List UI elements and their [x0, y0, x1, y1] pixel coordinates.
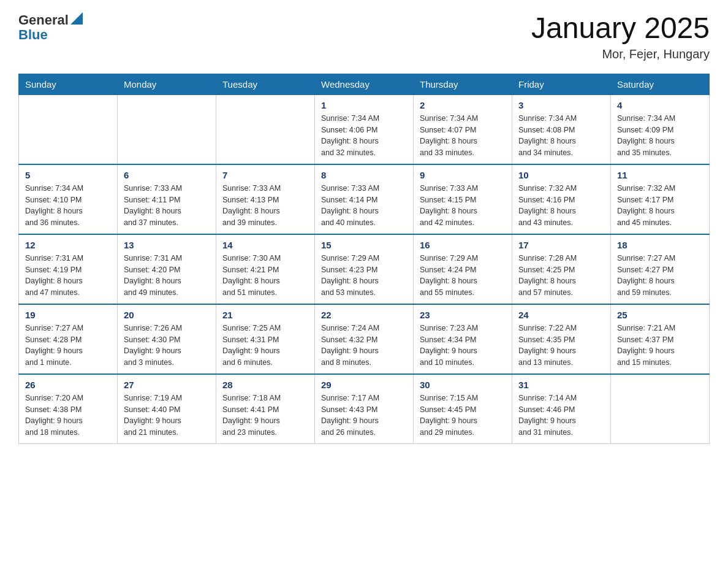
- calendar-day-cell: 13Sunrise: 7:31 AM Sunset: 4:20 PM Dayli…: [118, 234, 216, 304]
- day-info: Sunrise: 7:34 AM Sunset: 4:08 PM Dayligh…: [518, 113, 604, 159]
- calendar-day-cell: 6Sunrise: 7:33 AM Sunset: 4:11 PM Daylig…: [118, 164, 216, 234]
- calendar-day-cell: 8Sunrise: 7:33 AM Sunset: 4:14 PM Daylig…: [315, 164, 414, 234]
- calendar-day-cell: 27Sunrise: 7:19 AM Sunset: 4:40 PM Dayli…: [118, 374, 216, 444]
- day-number: 19: [25, 310, 111, 320]
- day-info: Sunrise: 7:34 AM Sunset: 4:09 PM Dayligh…: [617, 113, 703, 159]
- day-of-week-header: Sunday: [19, 74, 118, 94]
- day-of-week-header: Monday: [118, 74, 216, 94]
- day-info: Sunrise: 7:22 AM Sunset: 4:35 PM Dayligh…: [518, 323, 604, 369]
- calendar-day-cell: 16Sunrise: 7:29 AM Sunset: 4:24 PM Dayli…: [414, 234, 512, 304]
- day-info: Sunrise: 7:29 AM Sunset: 4:24 PM Dayligh…: [420, 253, 506, 299]
- day-number: 22: [321, 310, 407, 320]
- calendar-day-cell: 31Sunrise: 7:14 AM Sunset: 4:46 PM Dayli…: [512, 374, 611, 444]
- calendar-day-cell: 21Sunrise: 7:25 AM Sunset: 4:31 PM Dayli…: [216, 304, 315, 374]
- day-number: 18: [617, 240, 703, 250]
- day-of-week-header: Saturday: [611, 74, 710, 94]
- title-area: January 2025 Mor, Fejer, Hungary: [531, 12, 710, 61]
- day-number: 26: [25, 380, 111, 390]
- day-of-week-header: Thursday: [414, 74, 512, 94]
- day-number: 12: [25, 240, 111, 250]
- day-number: 1: [321, 100, 407, 110]
- day-number: 28: [222, 380, 308, 390]
- calendar-day-cell: 23Sunrise: 7:23 AM Sunset: 4:34 PM Dayli…: [414, 304, 512, 374]
- logo-wrapper: General Blue: [18, 12, 83, 43]
- calendar-day-cell: 4Sunrise: 7:34 AM Sunset: 4:09 PM Daylig…: [611, 94, 710, 164]
- day-of-week-header: Tuesday: [216, 74, 315, 94]
- calendar-day-cell: [611, 374, 710, 444]
- calendar-day-cell: 2Sunrise: 7:34 AM Sunset: 4:07 PM Daylig…: [414, 94, 512, 164]
- day-of-week-header: Friday: [512, 74, 611, 94]
- calendar-day-cell: 19Sunrise: 7:27 AM Sunset: 4:28 PM Dayli…: [19, 304, 118, 374]
- days-of-week-row: SundayMondayTuesdayWednesdayThursdayFrid…: [19, 74, 710, 94]
- svg-marker-0: [70, 12, 83, 25]
- day-number: 9: [420, 170, 506, 180]
- day-info: Sunrise: 7:15 AM Sunset: 4:45 PM Dayligh…: [420, 393, 506, 439]
- calendar-day-cell: 22Sunrise: 7:24 AM Sunset: 4:32 PM Dayli…: [315, 304, 414, 374]
- day-info: Sunrise: 7:18 AM Sunset: 4:41 PM Dayligh…: [222, 393, 308, 439]
- calendar-day-cell: 12Sunrise: 7:31 AM Sunset: 4:19 PM Dayli…: [19, 234, 118, 304]
- day-number: 15: [321, 240, 407, 250]
- day-info: Sunrise: 7:34 AM Sunset: 4:07 PM Dayligh…: [420, 113, 506, 159]
- day-number: 4: [617, 100, 703, 110]
- day-number: 7: [222, 170, 308, 180]
- day-info: Sunrise: 7:33 AM Sunset: 4:11 PM Dayligh…: [124, 183, 210, 229]
- logo-triangle-icon: [70, 12, 83, 25]
- day-info: Sunrise: 7:31 AM Sunset: 4:19 PM Dayligh…: [25, 253, 111, 299]
- calendar-day-cell: 20Sunrise: 7:26 AM Sunset: 4:30 PM Dayli…: [118, 304, 216, 374]
- day-number: 13: [124, 240, 210, 250]
- day-number: 11: [617, 170, 703, 180]
- day-info: Sunrise: 7:27 AM Sunset: 4:28 PM Dayligh…: [25, 323, 111, 369]
- calendar-day-cell: [19, 94, 118, 164]
- day-info: Sunrise: 7:34 AM Sunset: 4:10 PM Dayligh…: [25, 183, 111, 229]
- day-info: Sunrise: 7:26 AM Sunset: 4:30 PM Dayligh…: [124, 323, 210, 369]
- day-number: 30: [420, 380, 506, 390]
- day-number: 21: [222, 310, 308, 320]
- calendar-day-cell: 15Sunrise: 7:29 AM Sunset: 4:23 PM Dayli…: [315, 234, 414, 304]
- day-number: 16: [420, 240, 506, 250]
- location-text: Mor, Fejer, Hungary: [531, 47, 710, 61]
- day-info: Sunrise: 7:33 AM Sunset: 4:15 PM Dayligh…: [420, 183, 506, 229]
- day-number: 8: [321, 170, 407, 180]
- calendar-day-cell: 14Sunrise: 7:30 AM Sunset: 4:21 PM Dayli…: [216, 234, 315, 304]
- logo-blue-text: Blue: [18, 27, 83, 43]
- logo-top-row: General: [18, 12, 83, 28]
- calendar-day-cell: 1Sunrise: 7:34 AM Sunset: 4:06 PM Daylig…: [315, 94, 414, 164]
- day-info: Sunrise: 7:33 AM Sunset: 4:14 PM Dayligh…: [321, 183, 407, 229]
- day-info: Sunrise: 7:30 AM Sunset: 4:21 PM Dayligh…: [222, 253, 308, 299]
- logo: General Blue: [18, 12, 83, 43]
- calendar-week-row: 5Sunrise: 7:34 AM Sunset: 4:10 PM Daylig…: [19, 164, 710, 234]
- day-info: Sunrise: 7:17 AM Sunset: 4:43 PM Dayligh…: [321, 393, 407, 439]
- day-info: Sunrise: 7:24 AM Sunset: 4:32 PM Dayligh…: [321, 323, 407, 369]
- calendar-day-cell: 11Sunrise: 7:32 AM Sunset: 4:17 PM Dayli…: [611, 164, 710, 234]
- calendar-day-cell: 29Sunrise: 7:17 AM Sunset: 4:43 PM Dayli…: [315, 374, 414, 444]
- calendar-day-cell: 17Sunrise: 7:28 AM Sunset: 4:25 PM Dayli…: [512, 234, 611, 304]
- calendar-day-cell: 30Sunrise: 7:15 AM Sunset: 4:45 PM Dayli…: [414, 374, 512, 444]
- calendar-day-cell: [118, 94, 216, 164]
- day-info: Sunrise: 7:28 AM Sunset: 4:25 PM Dayligh…: [518, 253, 604, 299]
- page-header: General Blue January 2025 Mor, Fejer, Hu…: [18, 12, 710, 61]
- day-number: 5: [25, 170, 111, 180]
- day-info: Sunrise: 7:33 AM Sunset: 4:13 PM Dayligh…: [222, 183, 308, 229]
- calendar-week-row: 26Sunrise: 7:20 AM Sunset: 4:38 PM Dayli…: [19, 374, 710, 444]
- calendar-day-cell: 10Sunrise: 7:32 AM Sunset: 4:16 PM Dayli…: [512, 164, 611, 234]
- day-info: Sunrise: 7:14 AM Sunset: 4:46 PM Dayligh…: [518, 393, 604, 439]
- day-number: 2: [420, 100, 506, 110]
- day-number: 20: [124, 310, 210, 320]
- day-info: Sunrise: 7:20 AM Sunset: 4:38 PM Dayligh…: [25, 393, 111, 439]
- calendar-week-row: 12Sunrise: 7:31 AM Sunset: 4:19 PM Dayli…: [19, 234, 710, 304]
- day-info: Sunrise: 7:32 AM Sunset: 4:17 PM Dayligh…: [617, 183, 703, 229]
- day-info: Sunrise: 7:32 AM Sunset: 4:16 PM Dayligh…: [518, 183, 604, 229]
- day-number: 24: [518, 310, 604, 320]
- day-info: Sunrise: 7:19 AM Sunset: 4:40 PM Dayligh…: [124, 393, 210, 439]
- day-number: 6: [124, 170, 210, 180]
- day-of-week-header: Wednesday: [315, 74, 414, 94]
- calendar-table: SundayMondayTuesdayWednesdayThursdayFrid…: [18, 74, 710, 444]
- day-info: Sunrise: 7:31 AM Sunset: 4:20 PM Dayligh…: [124, 253, 210, 299]
- calendar-day-cell: 18Sunrise: 7:27 AM Sunset: 4:27 PM Dayli…: [611, 234, 710, 304]
- day-number: 14: [222, 240, 308, 250]
- calendar-day-cell: 7Sunrise: 7:33 AM Sunset: 4:13 PM Daylig…: [216, 164, 315, 234]
- day-info: Sunrise: 7:34 AM Sunset: 4:06 PM Dayligh…: [321, 113, 407, 159]
- day-number: 3: [518, 100, 604, 110]
- day-info: Sunrise: 7:25 AM Sunset: 4:31 PM Dayligh…: [222, 323, 308, 369]
- day-number: 25: [617, 310, 703, 320]
